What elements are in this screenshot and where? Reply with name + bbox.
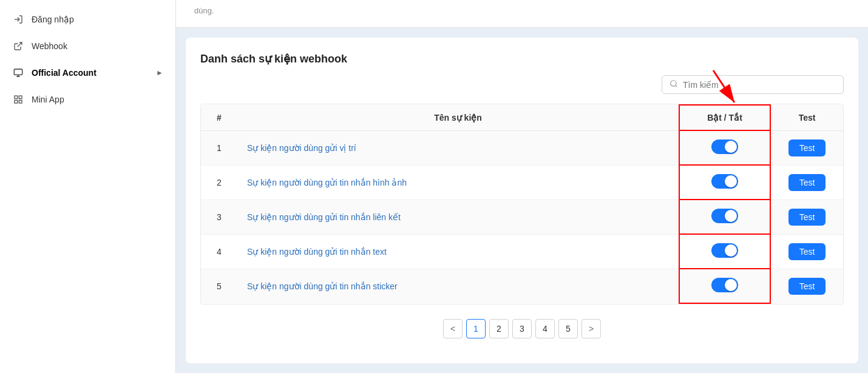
svg-rect-3: [15, 96, 18, 99]
svg-point-7: [671, 81, 676, 86]
event-table-wrapper: # Tên sự kiện Bật / Tắt Test 1 Sự kiện n…: [200, 104, 844, 304]
pagination-next[interactable]: >: [581, 319, 601, 338]
svg-rect-2: [14, 69, 22, 75]
row-event: Sự kiện người dùng gửi tin nhắn liên kết: [237, 200, 679, 234]
row-event: Sự kiện người dùng gửi tin nhắn text: [237, 234, 679, 269]
main-content: dùng. Danh sách sự kiện webhook: [176, 0, 868, 373]
row-event: Sự kiện người dùng gửi vị trí: [237, 130, 679, 165]
row-event: Sự kiện người dùng gửi tin nhắn sticker: [237, 269, 679, 303]
svg-rect-6: [19, 100, 22, 103]
top-partial: dùng.: [176, 0, 868, 28]
col-toggle-header: Bật / Tắt: [679, 105, 770, 130]
mini-app-icon: [12, 93, 24, 106]
arrow-container: # Tên sự kiện Bật / Tắt Test 1 Sự kiện n…: [200, 104, 844, 304]
sidebar-item-official-account-label: Official Account: [32, 68, 149, 78]
svg-line-8: [676, 86, 677, 87]
table-row: 1 Sự kiện người dùng gửi vị trí Test: [201, 130, 843, 165]
chevron-right-icon: ►: [156, 69, 163, 77]
pagination-page-5[interactable]: 5: [558, 319, 578, 338]
toggle-switch[interactable]: [711, 278, 738, 292]
row-toggle-cell: [679, 165, 770, 200]
official-account-icon: [12, 67, 24, 79]
row-test-cell: Test: [770, 165, 843, 200]
table-row: 5 Sự kiện người dùng gửi tin nhắn sticke…: [201, 269, 843, 303]
event-table: # Tên sự kiện Bật / Tắt Test 1 Sự kiện n…: [201, 104, 843, 304]
pagination-page-2[interactable]: 2: [489, 319, 509, 338]
search-container: [200, 75, 844, 94]
row-test-cell: Test: [770, 269, 843, 303]
table-body: 1 Sự kiện người dùng gửi vị trí Test 2 S…: [201, 130, 843, 303]
test-button[interactable]: Test: [788, 139, 826, 156]
sidebar-item-login[interactable]: Đăng nhập: [0, 6, 175, 33]
toggle-thumb: [725, 141, 737, 153]
toggle-thumb: [725, 244, 737, 257]
row-toggle-cell: [679, 269, 770, 303]
col-event-header: Tên sự kiện: [237, 105, 679, 130]
test-button[interactable]: Test: [788, 209, 826, 226]
test-button[interactable]: Test: [788, 174, 826, 191]
toggle-track: [711, 243, 738, 258]
row-test-cell: Test: [770, 130, 843, 165]
search-icon: [670, 79, 678, 90]
pagination-prev[interactable]: <: [443, 319, 463, 338]
row-num: 1: [201, 130, 237, 165]
webhook-section: Danh sách sự kiện webhook: [186, 38, 858, 363]
toggle-switch[interactable]: [711, 243, 738, 258]
svg-rect-5: [15, 100, 18, 103]
row-event: Sự kiện người dùng gửi tin nhắn hình ảnh: [237, 165, 679, 200]
sidebar-item-webhook[interactable]: Webhook: [0, 33, 175, 59]
search-box: [662, 75, 844, 94]
table-row: 4 Sự kiện người dùng gửi tin nhắn text T…: [201, 234, 843, 269]
toggle-switch[interactable]: [711, 174, 738, 189]
toggle-thumb: [725, 210, 737, 222]
sidebar-item-mini-app[interactable]: Mini App: [0, 86, 175, 113]
row-toggle-cell: [679, 234, 770, 269]
row-num: 4: [201, 234, 237, 269]
row-test-cell: Test: [770, 200, 843, 234]
top-partial-text: dùng.: [194, 6, 850, 15]
row-num: 3: [201, 200, 237, 234]
search-input[interactable]: [683, 80, 836, 90]
test-button[interactable]: Test: [788, 278, 826, 295]
sidebar-item-login-label: Đăng nhập: [32, 15, 163, 24]
webhook-icon: [12, 40, 24, 52]
svg-rect-4: [19, 96, 22, 99]
pagination-page-3[interactable]: 3: [512, 319, 532, 338]
toggle-track: [711, 174, 738, 189]
sidebar-item-webhook-label: Webhook: [32, 41, 163, 51]
toggle-switch[interactable]: [711, 139, 738, 154]
toggle-switch[interactable]: [711, 209, 738, 223]
pagination: < 1 2 3 4 5 >: [200, 319, 844, 344]
toggle-track: [711, 139, 738, 154]
pagination-page-1[interactable]: 1: [466, 319, 486, 338]
sidebar-item-official-account[interactable]: Official Account ►: [0, 59, 175, 86]
row-toggle-cell: [679, 200, 770, 234]
table-header-row: # Tên sự kiện Bật / Tắt Test: [201, 105, 843, 130]
toggle-thumb: [725, 279, 737, 291]
test-button[interactable]: Test: [788, 243, 826, 260]
svg-line-1: [18, 42, 22, 47]
col-test-header: Test: [770, 105, 843, 130]
toggle-thumb: [725, 175, 737, 187]
toggle-track: [711, 209, 738, 223]
table-row: 3 Sự kiện người dùng gửi tin nhắn liên k…: [201, 200, 843, 234]
sidebar: Đăng nhập Webhook Official Account ►: [0, 0, 176, 373]
row-num: 5: [201, 269, 237, 303]
login-icon: [12, 13, 24, 25]
col-hash-header: #: [201, 105, 237, 130]
table-row: 2 Sự kiện người dùng gửi tin nhắn hình ả…: [201, 165, 843, 200]
row-test-cell: Test: [770, 234, 843, 269]
sidebar-item-mini-app-label: Mini App: [32, 95, 163, 104]
row-toggle-cell: [679, 130, 770, 165]
section-title: Danh sách sự kiện webhook: [200, 52, 844, 66]
pagination-page-4[interactable]: 4: [535, 319, 555, 338]
toggle-track: [711, 278, 738, 292]
row-num: 2: [201, 165, 237, 200]
